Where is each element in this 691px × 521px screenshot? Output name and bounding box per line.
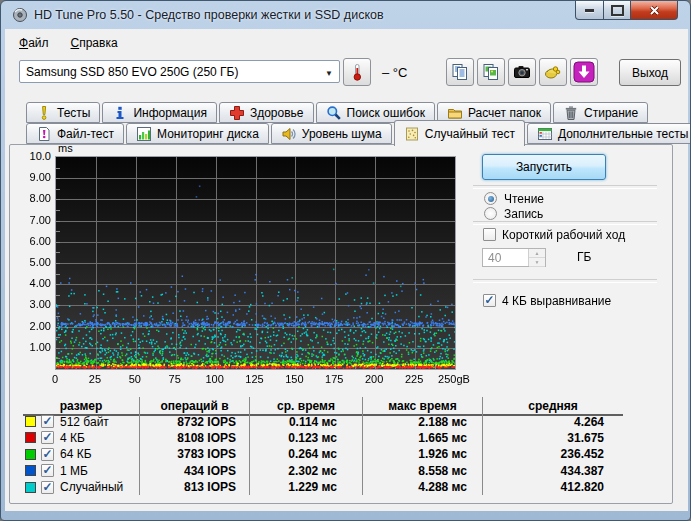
x-tick-label: 200 <box>354 373 394 385</box>
x-tick-label: 50 <box>115 373 155 385</box>
trash-icon <box>563 105 579 121</box>
series-checkbox[interactable]: ✓ <box>41 448 54 461</box>
menu-help[interactable]: Справка <box>63 33 126 53</box>
avg-speed-cell: 236.452 <box>483 446 623 462</box>
donate-button[interactable] <box>539 58 567 86</box>
magnifier-icon <box>326 105 342 121</box>
ops-cell: 813 IOPS <box>140 479 250 495</box>
series-color-swatch <box>25 482 36 493</box>
tab-random-access[interactable]: Случайный тест <box>394 120 525 146</box>
chevron-down-icon: ▼ <box>325 69 333 78</box>
avg-time-cell: 0.264 мс <box>250 446 363 462</box>
tab-information[interactable]: Информация <box>102 102 216 123</box>
short-stroke-checkbox[interactable]: ✓ <box>483 228 496 241</box>
bar-chart-icon <box>136 126 152 142</box>
series-color-swatch <box>25 449 36 460</box>
read-radio-label: Чтение <box>504 192 544 206</box>
copy-text-button[interactable] <box>446 58 474 86</box>
avg-time-cell: 0.114 мс <box>250 413 363 429</box>
spin-down-icon: ▼ <box>529 258 545 267</box>
separator <box>473 185 657 189</box>
tab-health[interactable]: Здоровье <box>219 102 314 123</box>
chart-y-unit-label: ms <box>58 142 73 154</box>
x-tick-label: 125 <box>235 373 275 385</box>
temperature-button[interactable] <box>343 58 371 86</box>
avg-speed-cell: 412.820 <box>483 479 623 495</box>
y-tick-label: 3.00 <box>21 298 51 310</box>
x-tick-label: 100 <box>195 373 235 385</box>
drive-selector[interactable]: Samsung SSD 850 EVO 250G (250 ГБ) ▼ <box>19 60 340 83</box>
align-checkbox[interactable]: ✓ <box>483 294 496 307</box>
x-tick-label: 75 <box>155 373 195 385</box>
table-row-label-cell: ✓4 КБ <box>23 430 140 446</box>
tab-tests[interactable]: Тесты <box>26 102 100 123</box>
y-tick-label: 5.00 <box>21 256 51 268</box>
minimize-icon <box>585 9 594 12</box>
max-time-cell: 8.558 мс <box>363 463 483 479</box>
titlebar[interactable]: HD Tune Pro 5.50 - Средство проверки жес… <box>1 1 690 29</box>
capacity-unit-label: ГБ <box>577 250 591 264</box>
avg-time-cell: 0.123 мс <box>250 430 363 446</box>
max-time-cell: 4.288 мс <box>363 479 483 495</box>
screenshot-button[interactable] <box>508 58 536 86</box>
x-tick-label: 225 <box>394 373 434 385</box>
tab-row-2: Файл-тест Мониторинг диска Уровень шума … <box>26 123 691 146</box>
separator <box>473 279 657 283</box>
avg-speed-cell: 4.264 <box>483 413 623 429</box>
series-checkbox[interactable]: ✓ <box>41 481 54 494</box>
tab-disk-monitor[interactable]: Мониторинг диска <box>126 123 269 144</box>
short-stroke-label: Короткий рабочий ход <box>502 228 625 242</box>
ops-cell: 8732 IOPS <box>140 413 250 429</box>
copy-text-icon <box>451 63 469 81</box>
health-cross-icon <box>229 105 245 121</box>
series-checkbox[interactable]: ✓ <box>41 431 54 444</box>
tab-erase[interactable]: Стирание <box>553 102 648 123</box>
read-radio[interactable] <box>484 192 497 205</box>
menu-file[interactable]: Файл <box>11 33 57 53</box>
hard-disk-icon <box>12 7 28 23</box>
capacity-spinner[interactable]: 40 ▲▼ <box>482 248 546 267</box>
series-checkbox[interactable]: ✓ <box>41 464 54 477</box>
file-test-icon <box>36 126 52 142</box>
info-icon <box>112 105 128 121</box>
tab-noise-level[interactable]: Уровень шума <box>271 123 392 144</box>
y-tick-label: 7.00 <box>21 214 51 226</box>
x-tick-label: 175 <box>314 373 354 385</box>
client-area: Файл Справка Samsung SSD 850 EVO 250G (2… <box>5 29 688 511</box>
y-tick-label: 8.00 <box>21 192 51 204</box>
max-time-cell: 1.665 мс <box>363 430 483 446</box>
speaker-icon <box>281 126 297 142</box>
avg-time-cell: 1.229 мс <box>250 479 363 495</box>
maximize-button[interactable] <box>604 1 631 20</box>
write-radio[interactable] <box>484 207 497 220</box>
table-row-label-cell: ✓Случайный <box>23 479 140 495</box>
x-tick-label: 0 <box>35 373 75 385</box>
copy-image-button[interactable] <box>477 58 505 86</box>
table-row-label-cell: ✓1 МБ <box>23 463 140 479</box>
close-button[interactable] <box>631 1 678 20</box>
spin-up-icon: ▲ <box>529 249 545 258</box>
spinner-buttons[interactable]: ▲▼ <box>528 249 545 266</box>
results-table: размер операций в ср. время макс время с… <box>23 397 623 495</box>
capacity-value: 40 <box>483 249 528 266</box>
download-button[interactable] <box>570 58 598 86</box>
tab-extra-tests[interactable]: Дополнительные тесты <box>527 123 691 144</box>
drive-selector-value: Samsung SSD 850 EVO 250G (250 ГБ) <box>26 65 238 79</box>
avg-speed-cell: 434.387 <box>483 463 623 479</box>
thermometer-icon <box>349 63 365 81</box>
avg-speed-cell: 31.675 <box>483 430 623 446</box>
tab-file-benchmark[interactable]: Файл-тест <box>26 123 124 144</box>
x-tick-label: 250gB <box>434 373 474 385</box>
write-radio-label: Запись <box>504 207 543 221</box>
exit-button[interactable]: Выход <box>619 59 681 86</box>
y-tick-label: 10.0 <box>21 150 51 162</box>
run-test-button[interactable]: Запустить <box>482 154 606 180</box>
y-tick-label: 4.00 <box>21 277 51 289</box>
folder-icon <box>447 105 463 121</box>
ops-cell: 8108 IOPS <box>140 430 250 446</box>
tab-row-1: Тесты Информация Здоровье Поиск ошибок Р… <box>26 102 648 123</box>
minimize-button[interactable] <box>575 1 604 20</box>
copy-image-icon <box>482 63 500 81</box>
align-label: 4 КБ выравнивание <box>502 294 611 308</box>
series-checkbox[interactable]: ✓ <box>41 415 54 428</box>
